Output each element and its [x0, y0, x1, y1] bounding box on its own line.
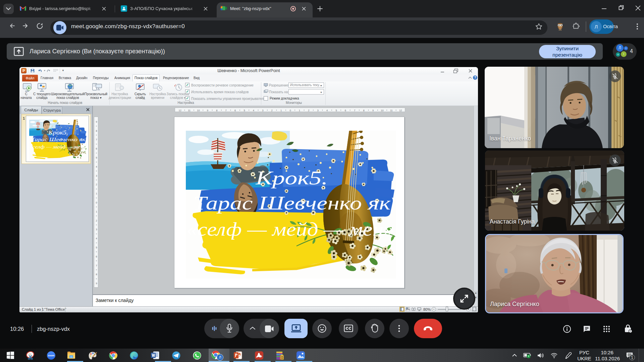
- svg-text:4: 4: [96, 165, 97, 168]
- svg-text:3: 3: [96, 228, 97, 231]
- svg-text:4: 4: [326, 109, 328, 112]
- svg-text:12: 12: [179, 109, 181, 112]
- svg-text:0: 0: [289, 109, 291, 112]
- svg-text:1: 1: [280, 109, 282, 112]
- svg-text:9: 9: [207, 109, 208, 112]
- svg-text:10: 10: [381, 109, 383, 112]
- svg-text:6: 6: [96, 255, 97, 258]
- svg-text:7: 7: [225, 109, 227, 112]
- svg-text:2: 2: [308, 109, 309, 112]
- svg-text:6: 6: [234, 109, 236, 112]
- svg-text:7: 7: [96, 264, 97, 267]
- svg-text:10: 10: [197, 109, 200, 112]
- svg-text:6: 6: [96, 147, 97, 150]
- svg-text:8: 8: [216, 109, 217, 112]
- svg-text:2: 2: [96, 183, 97, 186]
- svg-text:6: 6: [345, 109, 346, 112]
- svg-text:9: 9: [372, 109, 374, 112]
- svg-text:2: 2: [96, 219, 97, 222]
- svg-text:5: 5: [96, 156, 97, 159]
- svg-text:5: 5: [244, 109, 245, 112]
- svg-text:12: 12: [399, 109, 402, 112]
- svg-text:11: 11: [390, 109, 393, 112]
- svg-text:1: 1: [299, 109, 300, 112]
- svg-text:9: 9: [96, 282, 97, 285]
- svg-text:4: 4: [96, 237, 97, 240]
- svg-text:5: 5: [335, 109, 337, 112]
- svg-text:2: 2: [271, 109, 273, 112]
- svg-text:1: 1: [96, 210, 97, 213]
- svg-text:8: 8: [96, 273, 97, 276]
- svg-text:8: 8: [363, 109, 365, 112]
- svg-text:3: 3: [96, 174, 97, 177]
- svg-text:4: 4: [253, 109, 254, 112]
- svg-text:11: 11: [188, 109, 191, 112]
- svg-text:3: 3: [262, 109, 263, 112]
- svg-text:9: 9: [96, 120, 97, 123]
- svg-text:7: 7: [354, 109, 355, 112]
- svg-text:8: 8: [96, 129, 97, 132]
- svg-text:3: 3: [317, 109, 319, 112]
- svg-text:5: 5: [96, 246, 97, 249]
- svg-text:0: 0: [96, 201, 97, 204]
- svg-text:1: 1: [96, 192, 97, 195]
- svg-text:7: 7: [96, 138, 97, 141]
